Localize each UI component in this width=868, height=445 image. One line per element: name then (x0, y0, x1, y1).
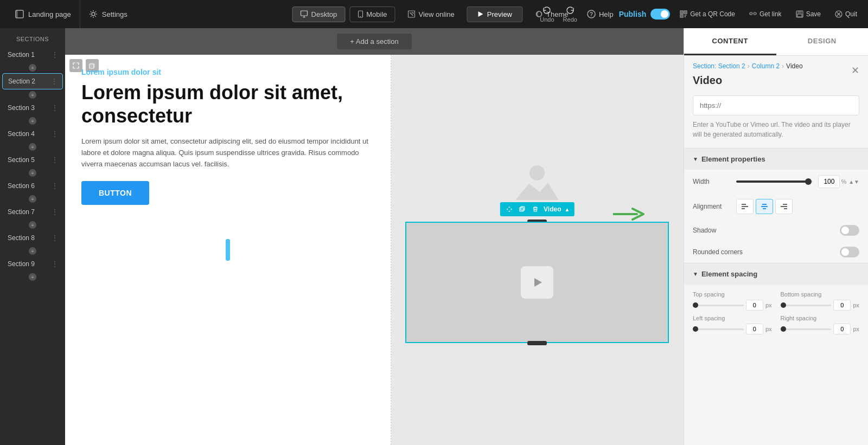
width-unit-toggle[interactable]: ▲▼ (848, 179, 859, 185)
bottom-spacing-input[interactable] (833, 300, 851, 311)
video-toolbar-move[interactable] (505, 204, 514, 214)
sidebar-item-section-9[interactable]: Section 9 ⋮ (2, 256, 63, 272)
help-button[interactable]: ? Help (587, 10, 614, 18)
align-center-button[interactable] (756, 199, 773, 214)
sidebar-item-section-6[interactable]: Section 6 ⋮ (2, 178, 63, 194)
settings-nav[interactable]: Settings (80, 0, 136, 28)
page-content: Lorem ipsum dolor sit Lorem ipsum dolor … (65, 55, 684, 445)
top-spacing-slider[interactable] (693, 305, 744, 306)
sidebar-item-section-7[interactable]: Section 7 ⋮ (2, 204, 63, 220)
publish-label: Publish (619, 10, 647, 18)
page-label: Landing page (28, 10, 71, 18)
section-5-menu[interactable]: ⋮ (51, 156, 59, 164)
qr-button[interactable]: Get a QR Code (675, 8, 739, 20)
alignment-buttons (736, 199, 793, 214)
add-section-button[interactable]: + Add a section (337, 34, 411, 49)
video-resize-bottom[interactable] (527, 341, 547, 345)
save-button[interactable]: Save (792, 8, 825, 20)
top-spacing-col: Top spacing px (693, 291, 772, 311)
sidebar-item-section-4[interactable]: Section 4 ⋮ (2, 126, 63, 141)
sidebar-item-section-1[interactable]: Section 1 ⋮ (2, 47, 63, 62)
section-9-menu[interactable]: ⋮ (51, 260, 59, 268)
add-after-section-1[interactable]: + (29, 64, 36, 72)
sidebar-item-section-8[interactable]: Section 8 ⋮ (2, 230, 63, 246)
accordion-arrow-properties: ▼ (693, 156, 698, 162)
add-after-section-9[interactable]: + (29, 273, 36, 281)
section-4-menu[interactable]: ⋮ (51, 130, 59, 138)
top-spacing-input[interactable] (746, 300, 763, 311)
svg-rect-35 (763, 208, 766, 209)
desktop-view-button[interactable]: Desktop (292, 7, 346, 22)
svg-rect-1 (16, 10, 18, 18)
add-after-section-6[interactable]: + (29, 195, 36, 203)
right-spacing-slider[interactable] (781, 328, 832, 330)
rounded-toggle[interactable] (840, 247, 859, 257)
video-selected-wrapper[interactable] (405, 222, 669, 343)
theme-button[interactable]: Theme (527, 7, 576, 22)
section-9-label: Section 9 (8, 260, 35, 268)
sections-sidebar: Sections Section 1 ⋮ + Section 2 ⋮ + Sec… (0, 28, 65, 445)
mobile-label: Mobile (366, 10, 387, 18)
sidebar-item-section-2[interactable]: Section 2 ⋮ (2, 73, 63, 89)
video-toolbar-chevron[interactable]: ▲ (565, 207, 570, 212)
url-input[interactable] (693, 95, 859, 115)
section-1-menu[interactable]: ⋮ (51, 50, 59, 59)
preview-button[interactable]: Preview (467, 7, 522, 22)
sidebar-item-section-3[interactable]: Section 3 ⋮ (2, 100, 63, 115)
left-spacing-slider[interactable] (693, 328, 744, 330)
video-toolbar-delete[interactable] (531, 204, 540, 214)
panel-close-button[interactable]: ✕ (847, 63, 863, 78)
section-2-menu[interactable]: ⋮ (50, 77, 58, 86)
add-after-section-8[interactable]: + (29, 247, 36, 255)
right-panel: ✕ CONTENT DESIGN Section: Section 2 › Co… (684, 28, 868, 445)
width-slider[interactable] (736, 180, 813, 183)
add-after-section-4[interactable]: + (29, 143, 36, 151)
publish-toggle[interactable] (650, 9, 670, 20)
panel-tabs: CONTENT DESIGN (684, 28, 868, 56)
quit-button[interactable]: Quit (831, 8, 861, 20)
tab-design[interactable]: DESIGN (776, 28, 869, 55)
view-online-label: View online (419, 10, 455, 18)
video-toolbar-copy[interactable] (518, 204, 527, 214)
right-spacing-input[interactable] (833, 324, 851, 334)
section-6-label: Section 6 (8, 182, 35, 190)
add-after-section-7[interactable]: + (29, 221, 36, 229)
column-resize-handle[interactable] (226, 239, 230, 261)
canvas-area[interactable]: + Add a section (65, 28, 684, 445)
add-after-section-5[interactable]: + (29, 169, 36, 177)
left-spacing-input[interactable] (746, 324, 763, 334)
publish-button[interactable]: Publish (619, 9, 671, 20)
breadcrumb-column[interactable]: Column 2 (752, 62, 780, 70)
add-after-section-3[interactable]: + (29, 117, 36, 125)
section-6-menu[interactable]: ⋮ (51, 182, 59, 190)
breadcrumb-section[interactable]: Section: Section 2 (693, 62, 745, 70)
element-spacing-accordion[interactable]: ▼ Element spacing (684, 263, 868, 285)
element-properties-accordion[interactable]: ▼ Element properties (684, 148, 868, 170)
width-input[interactable] (818, 175, 840, 188)
alignment-row: Alignment (684, 194, 868, 220)
mobile-view-button[interactable]: Mobile (349, 7, 395, 22)
width-unit: % (841, 178, 846, 185)
section-8-menu[interactable]: ⋮ (51, 234, 59, 242)
right-spacing-unit: px (853, 326, 859, 332)
section-3-menu[interactable]: ⋮ (51, 104, 59, 112)
shadow-row: Shadow (684, 220, 868, 241)
svg-text:?: ? (590, 11, 593, 17)
align-left-button[interactable] (736, 199, 754, 214)
view-online-button[interactable]: View online (400, 7, 463, 22)
cta-button-label: BUTTON (99, 189, 132, 197)
bottom-spacing-slider[interactable] (781, 305, 832, 306)
right-spacing-col: Right spacing px (781, 315, 860, 334)
align-right-button[interactable] (775, 199, 793, 214)
tab-content[interactable]: CONTENT (684, 28, 776, 55)
get-link-button[interactable]: Get link (745, 8, 786, 20)
top-spacing-input-row: px (693, 300, 772, 311)
section-7-menu[interactable]: ⋮ (51, 208, 59, 216)
sidebar-item-section-5[interactable]: Section 5 ⋮ (2, 152, 63, 167)
add-after-section-2[interactable]: + (29, 91, 36, 99)
page-nav[interactable]: Landing page (7, 0, 80, 28)
shadow-toggle[interactable] (840, 225, 859, 236)
cta-button[interactable]: BUTTON (81, 181, 149, 205)
breadcrumb-sep-2: › (782, 62, 784, 70)
right-spacing-input-row: px (781, 324, 860, 334)
